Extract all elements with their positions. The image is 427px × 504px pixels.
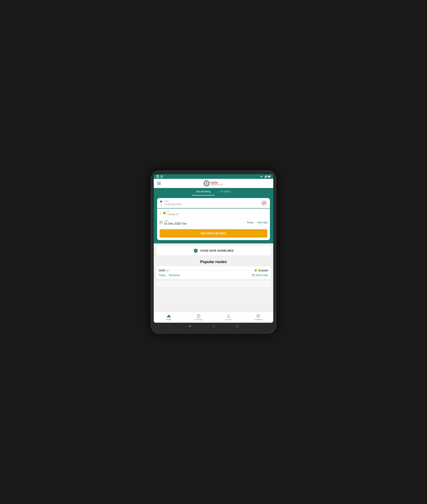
today-shortcut[interactable]: Today [247,221,253,224]
tab-lr-status[interactable]: LR Status [215,188,235,196]
to-dots [160,212,161,215]
battery-icon [268,175,271,178]
logo-circle: $ [204,181,210,186]
back-button[interactable] [188,325,191,328]
svg-text:+: + [195,249,196,252]
from-dots [161,204,162,206]
brand-tagline: EXPRESS Pvt. Ltd. [211,184,223,186]
device-navigation-buttons [178,325,249,328]
to-location-icon [163,212,166,214]
nav-bookings-label: Bookings [195,318,202,321]
logo-icon: $ [205,181,209,186]
bottom-nav: Home Bookings Account [154,312,273,323]
route-arrow-icon: ▶ [167,269,169,272]
route-today-link[interactable]: Today [159,274,166,277]
route-card-2 [156,281,271,287]
from-icon-group [160,200,162,206]
hamburger-icon [157,182,161,185]
brand-name: Safar [211,181,223,184]
hamburger-button[interactable] [157,182,161,185]
status-bar [154,174,273,179]
from-label: From [164,200,182,202]
svg-rect-20 [252,274,254,276]
svg-marker-14 [160,200,162,202]
search-buses-button[interactable]: SEARCH BUSES [160,229,267,237]
swap-button[interactable] [261,200,267,206]
from-location-icon [160,200,162,203]
svg-rect-29 [257,315,260,317]
next-day-shortcut[interactable]: Next day [258,221,267,224]
popular-routes-section: Popular routes Delhi ▶ Etawah Today | To [154,258,273,291]
svg-rect-15 [160,221,162,224]
svg-rect-11 [268,176,270,177]
home-icon [167,314,171,318]
date-label: Date [164,220,187,222]
calendar-icon [160,221,162,224]
sim-icon [156,175,159,178]
covid-text: COVID SAFE GUIDELINES [200,249,234,252]
route-line [171,270,253,271]
covid-banner[interactable]: + COVID SAFE GUIDELINES [156,246,271,256]
logo-container: $ Safar EXPRESS Pvt. Ltd. [204,181,223,186]
nav-account[interactable]: Account [214,312,243,323]
route-to: Etawah [259,269,268,272]
wifi-icon [260,175,263,178]
account-icon [227,314,230,318]
signal-bars-icon [264,175,267,178]
to-label: To [167,210,178,212]
nav-home[interactable]: Home [154,312,184,323]
route-actions: Today | Tomorrow Select Date [159,274,268,277]
feedback-icon [257,314,260,318]
route-select-date-label: Select Date [255,274,268,277]
search-section: From Leaving From [154,196,273,244]
route-calendar-icon [252,274,254,276]
to-field-content: To Going to [167,210,178,216]
from-field-content: From Leaving From [164,200,182,206]
logo-text: Safar EXPRESS Pvt. Ltd. [211,181,223,186]
device-screen: $ Safar EXPRESS Pvt. Ltd. Bus Booking LR… [154,174,273,323]
from-field[interactable]: From Leaving From [157,198,270,208]
route-to-icon [255,269,257,271]
route-card-delhi-etawah[interactable]: Delhi ▶ Etawah Today | Tomorrow [156,266,271,279]
svg-rect-6 [265,176,265,178]
svg-rect-7 [266,176,266,178]
status-left-icons [156,175,163,178]
svg-rect-1 [157,176,158,177]
popular-routes-title: Popular routes [156,260,271,264]
svg-rect-8 [266,175,267,178]
svg-marker-4 [260,176,263,177]
route-tomorrow-link[interactable]: Tomorrow [168,274,180,277]
to-value: Going to [167,213,178,216]
from-value: Leaving From [164,202,182,206]
app-header: $ Safar EXPRESS Pvt. Ltd. [154,179,273,188]
date-field[interactable]: Date 01 Dec 2020 Tue Today | Next day [157,218,270,227]
date-field-content: Date 01 Dec 2020 Tue [164,220,187,225]
nav-feedback-label: Feedback [254,318,263,321]
main-content: + COVID SAFE GUIDELINES Popular routes D… [154,244,273,312]
date-shortcuts: Today | Next day [247,221,267,224]
svg-rect-5 [264,177,265,178]
nav-bookings[interactable]: Bookings [184,312,214,323]
swap-icon [262,201,266,205]
route-from: Delhi [159,269,166,272]
search-card: From Leaving From [157,198,270,240]
covid-shield-icon: + [193,248,198,253]
nav-account-label: Account [225,318,232,321]
tabs-bar: Bus Booking LR Status [154,188,273,196]
svg-point-3 [161,176,162,177]
recents-button[interactable] [236,325,239,328]
nav-home-label: Home [166,318,171,321]
route-select-date[interactable]: Select Date [252,274,268,277]
status-right-icons [260,175,271,178]
home-button[interactable] [212,325,215,328]
svg-point-28 [228,315,229,316]
svg-text:$: $ [206,182,207,185]
device-frame: $ Safar EXPRESS Pvt. Ltd. Bus Booking LR… [151,170,276,334]
bookings-icon [197,314,200,318]
tab-bus-booking[interactable]: Bus Booking [192,188,214,196]
route-row: Delhi ▶ Etawah [159,269,268,272]
to-field[interactable]: To Going to [157,208,270,218]
circle-icon [160,175,163,178]
nav-feedback[interactable]: Feedback [243,312,273,323]
route-date-links: Today | Tomorrow [159,274,180,277]
